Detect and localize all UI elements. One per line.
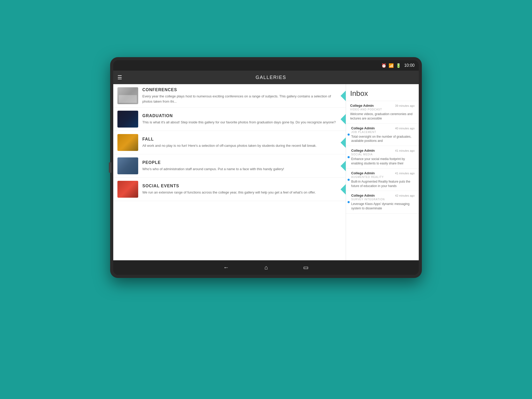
gallery-thumb-people [117,157,138,174]
gallery-desc-graduation: This is what it's all about! Step inside… [142,120,342,125]
inbox-preview-4: Leverage Klass Apps' dynamic messaging s… [351,202,415,211]
gallery-item-fall[interactable]: FALL All work and no play is no fun! Her… [113,131,346,154]
inbox-time-4: 42 minutes ago [395,194,415,197]
inbox-item-header-4: College Admin 42 minutes ago [351,194,415,197]
recents-button[interactable]: ▭ [301,262,311,273]
gallery-info-graduation: GRADUATION This is what it's all about! … [142,114,342,125]
gallery-item-graduation[interactable]: GRADUATION This is what it's all about! … [113,108,346,131]
inbox-item-header-0: College Admin 39 minutes ago [350,104,415,108]
item-arrow-conferences [341,91,346,101]
gallery-item-people[interactable]: PEOPLE Who's who of administration staff… [113,154,346,178]
inbox-header: Inbox [346,84,419,101]
inbox-item-1[interactable]: College Admin 40 minutes ago JOB PLACEME… [346,124,419,146]
gallery-info-conferences: CONFERENCES Every year the college plays… [142,88,342,104]
wifi-icon: 📶 [389,63,394,68]
item-arrow-people [341,161,346,171]
gallery-title-social-events: SOCIAL EVENTS [142,184,342,188]
inbox-item-3[interactable]: College Admin 41 minutes ago AUGMENTED R… [346,169,419,191]
inbox-time-1: 40 minutes ago [395,127,415,130]
gallery-title-people: PEOPLE [142,160,342,165]
gallery-thumb-conferences [117,87,138,104]
gallery-item-conferences[interactable]: CONFERENCES Every year the college plays… [113,84,346,108]
inbox-category-2: SOCIAL MEDIA [351,153,415,156]
inbox-preview-2: Enhance your social media footprint by e… [351,157,415,166]
item-arrow-social-events [341,184,346,195]
inbox-category-1: JOB PLACEMENT [351,131,415,134]
inbox-item-header-3: College Admin 41 minutes ago [351,171,415,175]
inbox-sender-3: College Admin [351,171,375,175]
tablet-frame: ⏰ 📶 🔋 10:00 ☰ GALLERIES CONFERENCES Ever… [110,57,422,278]
inbox-preview-1: Total oversight on the number of graduat… [351,135,415,143]
inbox-item-2[interactable]: College Admin 41 minutes ago SOCIAL MEDI… [346,146,419,169]
alarm-icon: ⏰ [381,63,387,68]
tablet-inner: ⏰ 📶 🔋 10:00 ☰ GALLERIES CONFERENCES Ever… [113,60,419,275]
inbox-time-0: 39 minutes ago [395,104,415,107]
inbox-category-4: SURVEY INTEGRATION [351,198,415,201]
inbox-preview-3: Built-in Augmented Reality feature puts … [351,179,415,188]
gallery-item-social-events[interactable]: SOCIAL EVENTS We run an extensive range … [113,178,346,201]
unread-dot-3 [348,179,350,181]
item-arrow-fall [341,137,346,148]
unread-dot-4 [348,201,350,203]
inbox-panel: Inbox College Admin 39 minutes ago VIDEO… [346,84,419,260]
gallery-list: CONFERENCES Every year the college plays… [113,84,346,260]
inbox-item-0[interactable]: College Admin 39 minutes ago VIDEO AND P… [346,101,419,124]
gallery-title-fall: FALL [142,137,342,142]
gallery-desc-social-events: We run an extensive range of functions a… [142,190,342,195]
inbox-category-3: AUGMENTED REALITY [351,176,415,178]
gallery-desc-conferences: Every year the college plays host to num… [142,94,342,104]
gallery-info-fall: FALL All work and no play is no fun! Her… [142,137,342,148]
gallery-thumb-social [117,181,138,198]
hamburger-menu[interactable]: ☰ [117,74,122,81]
inbox-time-2: 41 minutes ago [395,149,415,152]
item-arrow-graduation [341,114,346,124]
gallery-thumb-graduation [117,111,138,128]
side-button [109,162,111,173]
inbox-sender-1: College Admin [351,126,375,130]
gallery-desc-fall: All work and no play is no fun! Here's a… [142,143,342,148]
status-bar: ⏰ 📶 🔋 10:00 [113,60,419,71]
time-display: 10:00 [404,63,415,68]
app-bar: ☰ GALLERIES [113,71,419,84]
inbox-sender-0: College Admin [350,104,374,108]
gallery-title-graduation: GRADUATION [142,114,342,118]
app-bar-title: GALLERIES [127,75,415,80]
unread-dot-2 [348,156,350,158]
inbox-time-3: 41 minutes ago [395,172,415,175]
inbox-item-header-1: College Admin 40 minutes ago [351,126,415,130]
gallery-info-social-events: SOCIAL EVENTS We run an extensive range … [142,184,342,195]
home-button[interactable]: ⌂ [262,262,270,273]
inbox-item-header-2: College Admin 41 minutes ago [351,149,415,152]
content-area: CONFERENCES Every year the college plays… [113,84,419,260]
gallery-desc-people: Who's who of administration staff around… [142,167,342,172]
inbox-preview-0: Welcome videos, graduation ceremonies an… [350,112,415,121]
status-icons: ⏰ 📶 🔋 10:00 [381,63,415,68]
battery-icon: 🔋 [396,63,401,68]
inbox-item-4[interactable]: College Admin 42 minutes ago SURVEY INTE… [346,191,419,214]
gallery-info-people: PEOPLE Who's who of administration staff… [142,160,342,172]
inbox-sender-2: College Admin [351,149,375,152]
inbox-sender-4: College Admin [351,194,375,197]
nav-bar: ← ⌂ ▭ [113,260,419,275]
back-button[interactable]: ← [221,262,231,273]
unread-dot-1 [348,134,350,136]
gallery-thumb-fall [117,134,138,151]
gallery-title-conferences: CONFERENCES [142,88,342,92]
inbox-category-0: VIDEO AND PODCAST [350,108,415,111]
